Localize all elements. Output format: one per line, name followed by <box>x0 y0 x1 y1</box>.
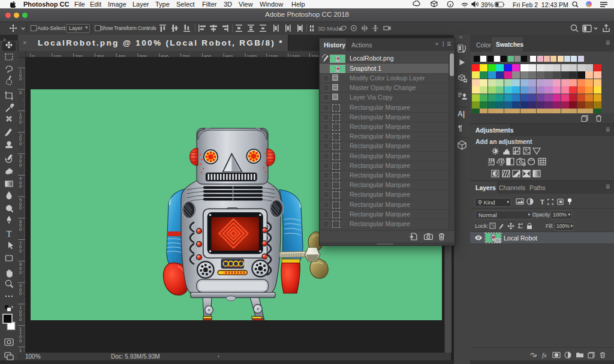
svg-text:0: 0 <box>19 141 22 146</box>
svg-text:0: 0 <box>19 183 22 189</box>
svg-text:T: T <box>540 198 544 206</box>
svg-text:0: 0 <box>19 248 22 254</box>
svg-text:0: 0 <box>19 270 22 275</box>
svg-text:0: 0 <box>19 90 22 95</box>
svg-text:0: 0 <box>19 119 22 125</box>
svg-text:0: 0 <box>19 205 22 210</box>
svg-text:T: T <box>7 230 12 239</box>
svg-text:0: 0 <box>19 76 22 82</box>
svg-text:0: 0 <box>19 317 22 322</box>
svg-text:3D Mode:: 3D Mode: <box>318 25 343 32</box>
svg-text:0: 0 <box>19 291 22 296</box>
svg-text:0: 0 <box>19 163 22 168</box>
svg-text:0: 0 <box>19 338 22 344</box>
svg-text:0: 0 <box>19 227 22 232</box>
svg-text:fx: fx <box>542 352 547 359</box>
